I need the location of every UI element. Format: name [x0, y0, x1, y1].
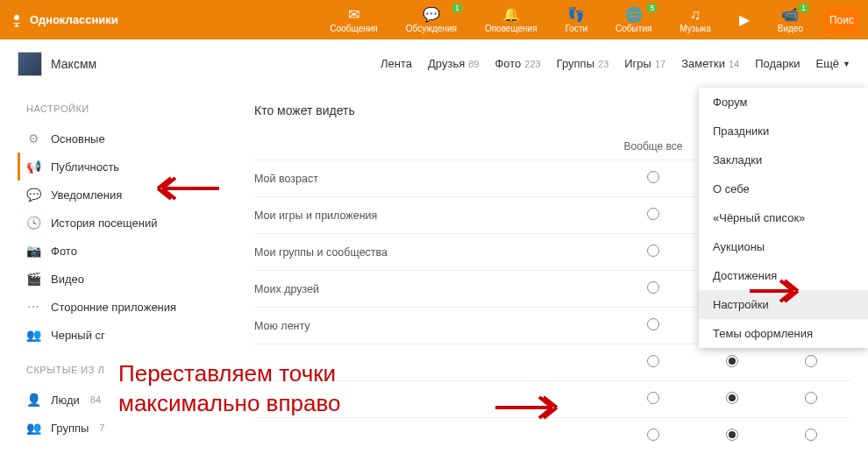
dropdown-menu: ФорумПраздникиЗакладкиО себе«Чёрный спис… — [699, 88, 868, 348]
topnav-item[interactable]: ▶ — [725, 0, 764, 39]
sidebar-item[interactable]: 👥Черный сг — [18, 321, 228, 349]
radio[interactable] — [805, 429, 817, 441]
username[interactable]: Максмм — [51, 57, 96, 71]
dropdown-item[interactable]: Форум — [699, 88, 868, 117]
avatar[interactable] — [18, 52, 42, 76]
mainnav-item[interactable]: Ещё▼ — [815, 57, 850, 70]
topnav-label: Обсуждения — [406, 24, 457, 33]
dropdown-item[interactable]: Темы оформления — [699, 319, 868, 348]
row-label: Мои игры и приложения — [254, 209, 614, 222]
badge: 1 — [452, 4, 462, 12]
radio[interactable] — [647, 208, 659, 220]
search-button[interactable]: Поис — [824, 7, 859, 33]
sidebar-count: 7 — [99, 422, 104, 433]
table-row — [254, 344, 850, 381]
annotation-arrow-icon — [491, 390, 570, 425]
mainnav-label: Подарки — [755, 57, 800, 70]
mainnav-count: 14 — [729, 59, 739, 69]
sidebar-item-icon: 🎬 — [26, 272, 40, 286]
sidebar-count: 84 — [90, 394, 101, 405]
dropdown-item[interactable]: «Чёрный список» — [699, 203, 868, 232]
topnav-item[interactable]: 📹Видео1 — [764, 0, 817, 39]
sidebar-item-icon: 📢 — [26, 160, 40, 174]
события-icon: 🌐 — [625, 7, 643, 23]
sidebar-item-icon: 📷 — [26, 244, 40, 258]
topnav-item[interactable]: 🌐События5 — [601, 0, 665, 39]
topnav-item[interactable]: 👣Гости — [551, 0, 601, 39]
chevron-down-icon: ▼ — [843, 60, 850, 68]
topnav-item[interactable]: 💬Обсуждения1 — [392, 0, 471, 39]
radio[interactable] — [805, 392, 817, 404]
mainnav-item[interactable]: Друзья89 — [428, 57, 479, 70]
sidebar-item[interactable]: ⚙Основные — [18, 124, 228, 153]
mainnav-item[interactable]: Лента — [381, 57, 412, 70]
radio[interactable] — [647, 171, 659, 183]
sidebar-item-label: История посещений — [51, 216, 158, 230]
svg-point-0 — [14, 15, 19, 20]
radio[interactable] — [647, 245, 659, 257]
radio[interactable] — [647, 392, 659, 404]
sidebar-item-icon: 👤 — [26, 393, 40, 407]
topnav-item[interactable]: ✉Сообщения — [317, 0, 392, 39]
sidebar-item[interactable]: ⋯Сторонние приложения — [18, 293, 228, 321]
sidebar-item-label: Фото — [51, 245, 77, 258]
sidebar-item-label: Люди — [51, 394, 80, 407]
radio[interactable] — [726, 429, 738, 441]
sidebar-item-label: Группы — [51, 422, 89, 435]
sidebar-item-icon: 👥 — [26, 328, 40, 342]
sidebar-item-label: Видео — [51, 273, 84, 286]
radio[interactable] — [647, 429, 659, 441]
sidebar-item-label: Основные — [51, 132, 105, 145]
mainnav-label: Ещё — [815, 57, 839, 70]
annotation-text: Переставляем точкимаксимально вправо — [118, 359, 340, 419]
sidebar-item-icon: 👥 — [26, 421, 40, 435]
mainnav-item[interactable]: Подарки — [755, 57, 800, 70]
музыка-icon: ♫ — [690, 7, 701, 23]
radio[interactable] — [647, 281, 659, 294]
mainnav-item[interactable]: Игры17 — [624, 57, 665, 70]
sidebar-item[interactable]: 🕓История посещений — [18, 209, 228, 237]
mainnav-label: Фото — [494, 57, 521, 70]
icon-icon: ▶ — [739, 11, 750, 27]
radio[interactable] — [726, 355, 738, 367]
mainnav-label: Заметки — [681, 57, 725, 70]
topnav-label: Оповещения — [485, 24, 537, 33]
radio[interactable] — [805, 355, 817, 367]
mainnav: ЛентаДрузья89Фото223Группы23Игры17Заметк… — [381, 57, 850, 70]
dropdown-item[interactable]: Аукционы — [699, 232, 868, 261]
обсуждения-icon: 💬 — [423, 7, 440, 23]
subheader: Максмм ЛентаДрузья89Фото223Группы23Игры1… — [0, 39, 868, 88]
dropdown-item[interactable]: Праздники — [699, 117, 868, 145]
sidebar-item-icon: 💬 — [26, 188, 40, 202]
topnav-item[interactable]: ♫Музыка — [665, 0, 724, 39]
topnav-label: События — [615, 24, 651, 33]
sidebar-item[interactable]: 📷Фото — [18, 237, 228, 265]
logo[interactable]: Одноклассники — [9, 12, 118, 28]
topnav: ✉Сообщения💬Обсуждения1🔔Оповещения👣Гости🌐… — [317, 0, 817, 39]
annotation-arrow-icon — [145, 171, 224, 206]
sidebar-item[interactable]: 🎬Видео — [18, 265, 228, 293]
topnav-item[interactable]: 🔔Оповещения — [471, 0, 551, 39]
dropdown-item[interactable]: Закладки — [699, 145, 868, 174]
гости-icon: 👣 — [567, 7, 585, 23]
radio[interactable] — [647, 318, 659, 330]
ok-logo-icon — [9, 12, 25, 28]
mainnav-count: 23 — [598, 59, 608, 69]
mainnav-item[interactable]: Заметки14 — [681, 57, 739, 70]
dropdown-item[interactable]: О себе — [699, 174, 868, 203]
видео-icon: 📹 — [781, 7, 799, 23]
topnav-label: Видео — [778, 24, 803, 33]
radio[interactable] — [726, 392, 738, 404]
annotation-arrow-icon — [745, 273, 807, 309]
sidebar-item-icon: 🕓 — [26, 216, 40, 230]
row-label: Моих друзей — [254, 283, 614, 295]
sidebar-item-icon: ⚙ — [26, 131, 40, 145]
mainnav-count: 17 — [655, 59, 665, 69]
оповещения-icon: 🔔 — [502, 7, 520, 23]
topnav-label: Сообщения — [331, 24, 378, 33]
topnav-label: Гости — [566, 24, 587, 33]
mainnav-item[interactable]: Группы23 — [557, 57, 609, 70]
sidebar-section-title: НАСТРОЙКИ — [18, 88, 228, 124]
radio[interactable] — [647, 355, 659, 367]
mainnav-item[interactable]: Фото223 — [494, 57, 540, 70]
